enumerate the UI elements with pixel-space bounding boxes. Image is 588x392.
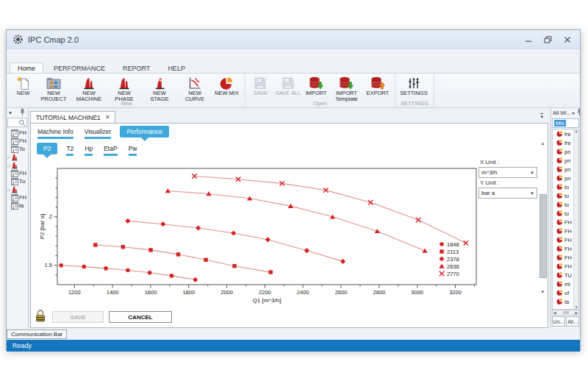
mix-item-16[interactable]: TU (553, 271, 574, 279)
chart-plot-area (57, 168, 476, 285)
chart: 1200140016001800200022002400260028003000… (36, 162, 484, 309)
right-panel-dropdown-icon[interactable]: ▾ (573, 110, 575, 115)
mix-item-1[interactable]: fre (553, 138, 574, 147)
chart-series-2113-marker (204, 258, 207, 262)
mix-item-18[interactable]: of (553, 288, 574, 297)
scrollbar-thumb[interactable] (563, 311, 569, 314)
new-page-icon (16, 75, 31, 90)
new-project-button[interactable]: NEW PROJECT (37, 75, 71, 103)
close-button[interactable] (564, 36, 571, 43)
mix-item-14[interactable]: FH (553, 253, 574, 262)
close-document-icon[interactable]: × (106, 114, 110, 121)
scroll-down-icon[interactable]: ▼ (575, 305, 578, 309)
mix-item-10[interactable]: FH (553, 218, 574, 227)
tab-machine-info[interactable]: Machine Info (35, 126, 76, 140)
tree-item-1[interactable]: FH (7, 137, 28, 145)
left-panel-search-input[interactable] (7, 118, 27, 127)
tab-visualizer[interactable]: Visualizer (82, 126, 114, 140)
mix-item-7[interactable]: to (553, 191, 574, 200)
restore-button[interactable] (544, 36, 552, 43)
mix-item-11[interactable]: FH (553, 227, 574, 235)
communication-bar-tab[interactable]: Communication Bar (7, 329, 67, 339)
ribbon-tab-report[interactable]: REPORT (115, 63, 157, 73)
ribbon-groups: NEWNEW PROJECTNEW MACHINENEW PHASENEW ST… (7, 73, 580, 108)
tree-item-5[interactable]: FH (7, 169, 28, 177)
ribbon-tab-help[interactable]: HELP (160, 63, 193, 73)
tree-item-7[interactable]: ▷ (7, 185, 28, 193)
tree-item-6[interactable]: Tu (7, 177, 28, 185)
right-panel-title: All Mi... (553, 110, 571, 116)
right-panel-search-input[interactable]: Mix (552, 118, 579, 128)
right-panel-header: All Mi... ▾ (551, 108, 580, 118)
legend-label-1848: 1848 (447, 241, 459, 248)
expander-icon[interactable]: ▷ (7, 155, 10, 160)
settings-button[interactable]: SETTINGS (398, 75, 429, 96)
new-stage-button[interactable]: NEW STAGE (143, 75, 176, 103)
x-unit-select[interactable]: m^3/h ▼ (478, 167, 537, 178)
tab-underline (104, 154, 117, 156)
tree-item-2[interactable]: To (7, 145, 28, 153)
scrollbar-thumb[interactable] (539, 194, 547, 278)
scroll-up-icon[interactable]: ▲ (541, 141, 545, 146)
mix-item-0[interactable]: fre (553, 129, 574, 138)
new-machine-button[interactable]: NEW MACHINE (72, 75, 106, 103)
scroll-right-icon[interactable]: ▶ (576, 311, 578, 315)
new-mix-button[interactable]: NEW MIX (213, 75, 240, 96)
tab-p2[interactable]: P2 (37, 143, 57, 154)
tab-performance[interactable]: Performance (120, 126, 169, 138)
titlebar[interactable]: IPC Cmap 2.0 (7, 30, 580, 49)
tree-item-0[interactable]: FH (7, 129, 28, 137)
tab-label: T2 (66, 145, 74, 152)
right-panel-scrollbar[interactable]: ▲ ▼ (573, 129, 578, 309)
expander-icon[interactable]: ▷ (7, 163, 10, 168)
chart-scrollbar[interactable]: ▲ ▼ (539, 141, 547, 294)
new-phase-button[interactable]: NEW PHASE (107, 75, 141, 103)
mix-item-4[interactable]: pn (553, 165, 574, 174)
tab-etap[interactable]: EtaP (101, 143, 119, 157)
tab-t2[interactable]: T2 (64, 143, 76, 157)
ribbon-tab-performance[interactable]: PERFORMANCE (46, 63, 112, 73)
tab-unassigned[interactable]: Un... (552, 316, 565, 327)
scroll-left-icon[interactable]: ◀ (553, 311, 556, 315)
document-tab[interactable]: TUTORIAL MACHINE1 × (30, 111, 115, 123)
mix-item-13[interactable]: FH (553, 244, 574, 253)
ribbon-group-open: SAVESAVE ALLIMPORTIMPORT TemplateEXPORTO… (245, 74, 395, 107)
mix-item-label: FH (564, 219, 572, 226)
tree-item-8[interactable]: FH (7, 193, 28, 202)
right-panel-hscrollbar[interactable]: ◀ ▶ (552, 310, 579, 316)
new-curve-button[interactable]: NEW CURVE (178, 75, 212, 103)
scroll-down-icon[interactable]: ▼ (541, 290, 545, 294)
scroll-up-icon[interactable]: ▲ (575, 129, 578, 133)
tab-list-dropdown-icon[interactable]: ▾ (540, 113, 543, 119)
pin-icon[interactable] (576, 108, 580, 118)
tab-pw[interactable]: Pw (126, 143, 140, 157)
mix-item-9[interactable]: to (553, 209, 574, 218)
tree-item-3[interactable]: ▷ (7, 153, 28, 161)
new-button[interactable]: NEW (11, 75, 35, 96)
mix-item-19[interactable]: ta (553, 297, 574, 306)
mix-item-12[interactable]: FH (553, 235, 574, 244)
mix-item-6[interactable]: to (553, 182, 574, 191)
mix-item-3[interactable]: pn (553, 156, 574, 165)
mix-item-8[interactable]: to (553, 200, 574, 209)
left-panel-dropdown-icon[interactable]: ▾ (9, 110, 12, 116)
mix-item-15[interactable]: FH (553, 262, 574, 271)
tab-all[interactable]: All... (566, 316, 579, 327)
minimize-button[interactable] (525, 36, 532, 43)
mix-item-17[interactable]: mi (553, 279, 574, 288)
ribbon-tab-home[interactable]: Home (10, 63, 43, 73)
table-icon (11, 194, 18, 202)
import-template-button[interactable]: IMPORT Template (329, 75, 363, 103)
tree-item-9[interactable]: ta (7, 202, 28, 210)
expander-icon[interactable]: ▷ (7, 188, 10, 192)
tab-hp[interactable]: Hp (82, 143, 95, 157)
tree-item-label: FH (19, 194, 26, 201)
y-unit-select[interactable]: bar a ▼ (478, 188, 537, 199)
tree-item-4[interactable]: ▷ (7, 161, 28, 169)
cancel-button[interactable]: CANCEL (109, 311, 172, 323)
mix-item-5[interactable]: pn (553, 174, 574, 182)
export-button[interactable]: EXPORT (365, 75, 390, 96)
status-bar: Ready (7, 340, 580, 352)
mix-item-2[interactable]: pn (553, 147, 574, 156)
import-button[interactable]: IMPORT (304, 75, 328, 96)
